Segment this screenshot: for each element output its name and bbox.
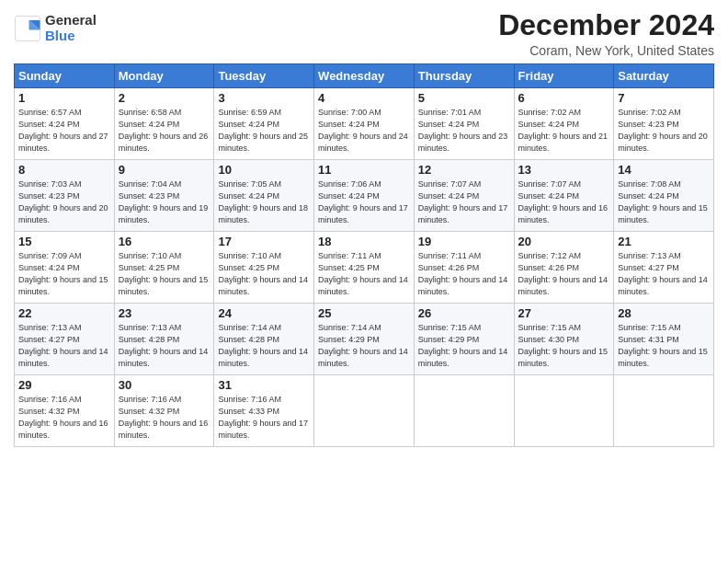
day-info: Sunrise: 7:02 AMSunset: 4:24 PMDaylight:… bbox=[518, 108, 609, 153]
day-number: 28 bbox=[618, 306, 710, 320]
calendar-cell: 16Sunrise: 7:10 AMSunset: 4:25 PMDayligh… bbox=[114, 232, 214, 304]
logo-general-text: General bbox=[45, 13, 97, 29]
logo-text: General Blue bbox=[45, 13, 97, 43]
calendar-cell: 30Sunrise: 7:16 AMSunset: 4:32 PMDayligh… bbox=[114, 375, 214, 447]
calendar-cell: 8Sunrise: 7:03 AMSunset: 4:23 PMDaylight… bbox=[15, 160, 115, 232]
day-number: 12 bbox=[418, 163, 510, 177]
day-number: 10 bbox=[218, 163, 310, 177]
subtitle: Coram, New York, United States bbox=[498, 43, 714, 58]
calendar-cell: 20Sunrise: 7:12 AMSunset: 4:26 PMDayligh… bbox=[514, 232, 614, 304]
calendar-cell: 18Sunrise: 7:11 AMSunset: 4:25 PMDayligh… bbox=[314, 232, 415, 304]
day-number: 23 bbox=[119, 306, 210, 320]
calendar-cell: 22Sunrise: 7:13 AMSunset: 4:27 PMDayligh… bbox=[15, 304, 115, 375]
logo-icon bbox=[14, 15, 41, 42]
day-number: 20 bbox=[518, 235, 610, 248]
calendar-cell: 10Sunrise: 7:05 AMSunset: 4:24 PMDayligh… bbox=[214, 160, 314, 232]
day-number: 15 bbox=[18, 235, 110, 248]
day-info: Sunrise: 7:16 AMSunset: 4:32 PMDaylight:… bbox=[119, 395, 209, 440]
day-number: 2 bbox=[119, 91, 210, 105]
calendar-cell: 9Sunrise: 7:04 AMSunset: 4:23 PMDaylight… bbox=[114, 160, 214, 232]
day-number: 1 bbox=[18, 91, 110, 105]
day-number: 25 bbox=[318, 306, 410, 320]
calendar-cell: 17Sunrise: 7:10 AMSunset: 4:25 PMDayligh… bbox=[214, 232, 314, 304]
day-number: 11 bbox=[318, 163, 410, 177]
day-number: 31 bbox=[218, 378, 310, 392]
day-number: 16 bbox=[119, 235, 210, 248]
day-info: Sunrise: 7:01 AMSunset: 4:24 PMDaylight:… bbox=[418, 108, 508, 153]
col-header-saturday: Saturday bbox=[614, 64, 714, 88]
week-row-3: 15Sunrise: 7:09 AMSunset: 4:24 PMDayligh… bbox=[15, 232, 714, 304]
day-info: Sunrise: 7:13 AMSunset: 4:28 PMDaylight:… bbox=[119, 323, 209, 368]
calendar-cell: 4Sunrise: 7:00 AMSunset: 4:24 PMDaylight… bbox=[314, 88, 415, 160]
day-info: Sunrise: 7:15 AMSunset: 4:31 PMDaylight:… bbox=[618, 323, 708, 368]
calendar-cell: 12Sunrise: 7:07 AMSunset: 4:24 PMDayligh… bbox=[414, 160, 514, 232]
day-info: Sunrise: 6:59 AMSunset: 4:24 PMDaylight:… bbox=[218, 108, 308, 153]
calendar-cell bbox=[514, 375, 614, 447]
day-number: 3 bbox=[218, 91, 310, 105]
day-number: 14 bbox=[618, 163, 710, 177]
day-info: Sunrise: 7:15 AMSunset: 4:30 PMDaylight:… bbox=[518, 323, 609, 368]
calendar-cell: 14Sunrise: 7:08 AMSunset: 4:24 PMDayligh… bbox=[614, 160, 714, 232]
week-row-1: 1Sunrise: 6:57 AMSunset: 4:24 PMDaylight… bbox=[15, 88, 714, 160]
day-info: Sunrise: 7:13 AMSunset: 4:27 PMDaylight:… bbox=[18, 323, 108, 368]
day-number: 21 bbox=[618, 235, 710, 248]
calendar-cell: 31Sunrise: 7:16 AMSunset: 4:33 PMDayligh… bbox=[214, 375, 314, 447]
day-number: 4 bbox=[318, 91, 410, 105]
calendar-cell: 19Sunrise: 7:11 AMSunset: 4:26 PMDayligh… bbox=[414, 232, 514, 304]
week-row-5: 29Sunrise: 7:16 AMSunset: 4:32 PMDayligh… bbox=[15, 375, 714, 447]
calendar: SundayMondayTuesdayWednesdayThursdayFrid… bbox=[14, 63, 714, 447]
logo-blue-text: Blue bbox=[45, 29, 97, 44]
logo: General Blue bbox=[14, 13, 97, 43]
day-info: Sunrise: 7:15 AMSunset: 4:29 PMDaylight:… bbox=[418, 323, 508, 368]
title-block: December 2024 Coram, New York, United St… bbox=[498, 9, 714, 58]
day-info: Sunrise: 7:00 AMSunset: 4:24 PMDaylight:… bbox=[318, 108, 408, 153]
day-info: Sunrise: 7:02 AMSunset: 4:23 PMDaylight:… bbox=[618, 108, 708, 153]
day-info: Sunrise: 7:12 AMSunset: 4:26 PMDaylight:… bbox=[518, 251, 609, 296]
calendar-cell: 1Sunrise: 6:57 AMSunset: 4:24 PMDaylight… bbox=[15, 88, 115, 160]
calendar-cell: 21Sunrise: 7:13 AMSunset: 4:27 PMDayligh… bbox=[614, 232, 714, 304]
calendar-cell: 2Sunrise: 6:58 AMSunset: 4:24 PMDaylight… bbox=[114, 88, 214, 160]
calendar-cell: 5Sunrise: 7:01 AMSunset: 4:24 PMDaylight… bbox=[414, 88, 514, 160]
day-number: 29 bbox=[18, 378, 110, 392]
day-info: Sunrise: 7:14 AMSunset: 4:29 PMDaylight:… bbox=[318, 323, 408, 368]
col-header-wednesday: Wednesday bbox=[314, 64, 415, 88]
calendar-cell: 24Sunrise: 7:14 AMSunset: 4:28 PMDayligh… bbox=[214, 304, 314, 375]
col-header-monday: Monday bbox=[114, 64, 214, 88]
day-number: 8 bbox=[18, 163, 110, 177]
day-info: Sunrise: 6:58 AMSunset: 4:24 PMDaylight:… bbox=[119, 108, 209, 153]
day-info: Sunrise: 7:16 AMSunset: 4:33 PMDaylight:… bbox=[218, 395, 308, 440]
day-info: Sunrise: 6:57 AMSunset: 4:24 PMDaylight:… bbox=[18, 108, 108, 153]
calendar-cell: 28Sunrise: 7:15 AMSunset: 4:31 PMDayligh… bbox=[614, 304, 714, 375]
calendar-cell bbox=[314, 375, 415, 447]
calendar-cell: 25Sunrise: 7:14 AMSunset: 4:29 PMDayligh… bbox=[314, 304, 415, 375]
calendar-cell: 11Sunrise: 7:06 AMSunset: 4:24 PMDayligh… bbox=[314, 160, 415, 232]
day-number: 7 bbox=[618, 91, 710, 105]
header: General Blue December 2024 Coram, New Yo… bbox=[14, 9, 714, 58]
day-number: 30 bbox=[119, 378, 210, 392]
day-info: Sunrise: 7:08 AMSunset: 4:24 PMDaylight:… bbox=[618, 179, 708, 224]
day-info: Sunrise: 7:09 AMSunset: 4:24 PMDaylight:… bbox=[18, 251, 108, 296]
day-info: Sunrise: 7:11 AMSunset: 4:25 PMDaylight:… bbox=[318, 251, 408, 296]
calendar-cell: 23Sunrise: 7:13 AMSunset: 4:28 PMDayligh… bbox=[114, 304, 214, 375]
week-row-4: 22Sunrise: 7:13 AMSunset: 4:27 PMDayligh… bbox=[15, 304, 714, 375]
day-info: Sunrise: 7:07 AMSunset: 4:24 PMDaylight:… bbox=[518, 179, 609, 224]
day-number: 19 bbox=[418, 235, 510, 248]
day-number: 22 bbox=[18, 306, 110, 320]
day-info: Sunrise: 7:10 AMSunset: 4:25 PMDaylight:… bbox=[119, 251, 209, 296]
day-number: 5 bbox=[418, 91, 510, 105]
day-info: Sunrise: 7:14 AMSunset: 4:28 PMDaylight:… bbox=[218, 323, 308, 368]
day-info: Sunrise: 7:03 AMSunset: 4:23 PMDaylight:… bbox=[18, 179, 108, 224]
page: General Blue December 2024 Coram, New Yo… bbox=[0, 0, 728, 563]
day-number: 9 bbox=[119, 163, 210, 177]
day-info: Sunrise: 7:16 AMSunset: 4:32 PMDaylight:… bbox=[18, 395, 108, 440]
day-number: 6 bbox=[518, 91, 610, 105]
calendar-cell: 3Sunrise: 6:59 AMSunset: 4:24 PMDaylight… bbox=[214, 88, 314, 160]
week-row-2: 8Sunrise: 7:03 AMSunset: 4:23 PMDaylight… bbox=[15, 160, 714, 232]
col-header-tuesday: Tuesday bbox=[214, 64, 314, 88]
day-number: 18 bbox=[318, 235, 410, 248]
col-header-thursday: Thursday bbox=[414, 64, 514, 88]
calendar-cell: 6Sunrise: 7:02 AMSunset: 4:24 PMDaylight… bbox=[514, 88, 614, 160]
calendar-cell bbox=[614, 375, 714, 447]
day-number: 13 bbox=[518, 163, 610, 177]
day-number: 27 bbox=[518, 306, 610, 320]
